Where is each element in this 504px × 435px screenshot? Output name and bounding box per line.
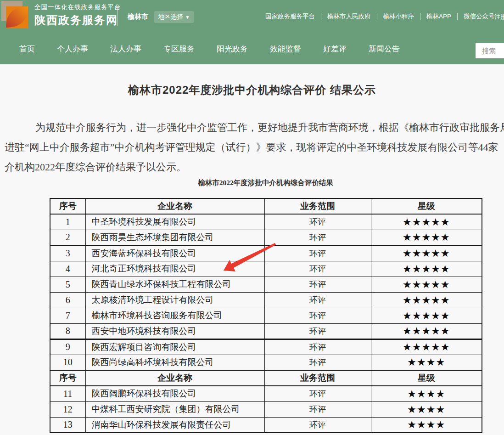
cell-company-name: 陕西尚绿高科环境科技有限公司 <box>85 355 264 370</box>
column-header: 企业名称 <box>85 370 264 386</box>
paragraph-line: 为规范中介服务行为，进一步强化中介监管工作，更好地提升我市营商环境，根据《榆林市… <box>5 118 504 137</box>
cell-company-name: 榆林市环境科技咨询服务有限公司 <box>85 308 264 323</box>
divider <box>457 13 458 20</box>
brand-row: 全国一体化在线政务服务平台 陕西政务服务网 榆林市 地区选择 ▼ 国家政务服务平… <box>0 0 504 33</box>
page-title: 榆林市2022年度涉批中介机构综合评价 结果公示 <box>0 83 504 97</box>
cell-star-rating: ★★★★★ <box>371 339 482 355</box>
cell-scope: 环评 <box>264 417 371 433</box>
cell-no: 13 <box>50 417 85 433</box>
evaluation-table: 序号企业名称业务范围星级1中圣环境科技发展有限公司环评★★★★★2陕西雨昊生态环… <box>50 198 482 433</box>
table-row: 5陕西青山绿水环保科技工程有限公司环评★★★★★ <box>50 277 482 292</box>
cell-no: 9 <box>50 339 85 355</box>
cell-star-rating: ★★★★★ <box>371 214 482 230</box>
column-header: 星级 <box>371 198 482 214</box>
column-header: 业务范围 <box>264 370 371 386</box>
column-header: 序号 <box>50 198 85 214</box>
nav-item-5[interactable]: 阳光政务 <box>217 44 248 54</box>
paragraph-line: 进驻“网上中介服务超市”中介机构考评管理规定（试行）》要求，现将评定的中圣环境科… <box>5 137 504 157</box>
site-name: 陕西政务服务网 <box>34 13 121 28</box>
header-quick-links: 国家政务服务平台榆林市人民政府榆林小程序榆林APP微信公众号 <box>265 0 495 33</box>
cell-scope: 环评 <box>264 277 371 292</box>
search-input[interactable] <box>476 43 504 58</box>
nav-item-7[interactable]: 好差评 <box>323 44 347 54</box>
column-header: 企业名称 <box>85 198 264 214</box>
cell-scope: 环评 <box>264 245 371 261</box>
table-row: 13渭南华山环保科技发展有限责任公司环评★★★★ <box>50 417 482 433</box>
cell-star-rating: ★★★★★ <box>371 230 482 245</box>
table-row: 2陕西雨昊生态环境集团有限公司环评★★★★★ <box>50 230 482 245</box>
cell-company-name: 西安海蓝环保科技有限公司 <box>85 245 264 261</box>
nav-item-2[interactable]: 个人办事 <box>57 44 88 54</box>
cell-company-name: 渭南华山环保科技发展有限责任公司 <box>85 417 264 433</box>
cell-star-rating: ★★★★ <box>371 401 482 417</box>
cell-scope: 环评 <box>264 214 371 230</box>
nav-item-4[interactable]: 专区服务 <box>163 44 195 54</box>
cell-no: 7 <box>50 308 85 323</box>
table-row: 11陕西阔鹏环保科技有限公司环评★★★★ <box>50 386 482 401</box>
header-link-1[interactable]: 国家政务服务平台 <box>265 12 315 21</box>
brand-text: 全国一体化在线政务服务平台 陕西政务服务网 <box>34 3 121 28</box>
cell-company-name: 陕西青山绿水环保科技工程有限公司 <box>85 277 264 292</box>
header-link-2[interactable]: 榆林市人民政府 <box>327 12 371 21</box>
cell-no: 8 <box>50 323 85 339</box>
divider <box>118 7 118 26</box>
table-header-row: 序号企业名称业务范围星级 <box>50 370 482 386</box>
cell-scope: 环评 <box>264 355 371 370</box>
cell-scope: 环评 <box>264 308 371 323</box>
current-city: 榆林市 <box>128 12 148 21</box>
cell-no: 6 <box>50 292 85 308</box>
column-header: 星级 <box>371 370 482 386</box>
main-nav: 首页个人办事法人办事专区服务阳光政务效能监督好差评新闻公告 <box>19 33 400 64</box>
cell-company-name: 陕西雨昊生态环境集团有限公司 <box>85 230 264 245</box>
table-row: 3西安海蓝环保科技有限公司环评★★★★★ <box>50 245 482 261</box>
nav-row: 首页个人办事法人办事专区服务阳光政务效能监督好差评新闻公告 <box>0 33 504 64</box>
site-logo-icon <box>1 1 30 29</box>
announcement-paragraph: 为规范中介服务行为，进一步强化中介监管工作，更好地提升我市营商环境，根据《榆林市… <box>5 118 504 177</box>
nav-item-1[interactable]: 首页 <box>19 44 35 54</box>
column-header: 序号 <box>50 370 85 386</box>
cell-star-rating: ★★★★ <box>371 355 482 370</box>
nav-item-3[interactable]: 法人办事 <box>110 44 141 54</box>
table-caption: 榆林市2022年度涉批中介机构综合评价结果 <box>50 178 482 188</box>
table-row: 7榆林市环境科技咨询服务有限公司环评★★★★★ <box>50 308 482 323</box>
cell-no: 1 <box>50 214 85 230</box>
cell-scope: 环评 <box>264 323 371 339</box>
cell-star-rating: ★★★★★ <box>371 323 482 339</box>
cell-star-rating: ★★★★★ <box>371 245 482 261</box>
cell-company-name: 河北奇正环境科技有限公司 <box>85 261 264 277</box>
cell-scope: 环评 <box>264 261 371 277</box>
nav-item-6[interactable]: 效能监督 <box>270 44 301 54</box>
cell-no: 12 <box>50 401 85 417</box>
chevron-down-icon: ▼ <box>185 15 190 20</box>
table-row: 4河北奇正环境科技有限公司环评★★★★★ <box>50 261 482 277</box>
page: 全国一体化在线政务服务平台 陕西政务服务网 榆林市 地区选择 ▼ 国家政务服务平… <box>0 0 504 435</box>
register-link[interactable]: 注册 <box>494 13 504 21</box>
divider <box>420 13 420 20</box>
divider <box>321 13 321 20</box>
divider <box>377 13 377 20</box>
cell-company-name: 太原核清环境工程设计有限公司 <box>85 292 264 308</box>
cell-star-rating: ★★★★★ <box>371 308 482 323</box>
cell-company-name: 陕西阔鹏环保科技有限公司 <box>85 386 264 401</box>
column-header: 业务范围 <box>264 198 371 214</box>
cell-scope: 环评 <box>264 292 371 308</box>
header-link-4[interactable]: 榆林APP <box>426 12 451 21</box>
cell-scope: 环评 <box>264 339 371 355</box>
table-row: 12中煤科工西安研究院（集团）有限公司环评★★★★ <box>50 401 482 417</box>
cell-company-name: 中煤科工西安研究院（集团）有限公司 <box>85 401 264 417</box>
cell-no: 5 <box>50 277 85 292</box>
region-selector-label: 地区选择 <box>158 13 183 21</box>
cell-scope: 环评 <box>264 401 371 417</box>
table-row: 6太原核清环境工程设计有限公司环评★★★★★ <box>50 292 482 308</box>
cell-star-rating: ★★★★ <box>371 386 482 401</box>
cell-scope: 环评 <box>264 386 371 401</box>
header-link-3[interactable]: 榆林小程序 <box>383 12 414 21</box>
header-link-5[interactable]: 微信公众号 <box>464 12 495 21</box>
nav-item-8[interactable]: 新闻公告 <box>369 44 400 54</box>
cell-star-rating: ★★★★★ <box>371 292 482 308</box>
region-selector-button[interactable]: 地区选择 ▼ <box>154 11 194 23</box>
site-header: 全国一体化在线政务服务平台 陕西政务服务网 榆林市 地区选择 ▼ 国家政务服务平… <box>0 0 504 64</box>
cell-no: 11 <box>50 386 85 401</box>
cell-company-name: 陕西宏辉项目咨询有限公司 <box>85 339 264 355</box>
cell-scope: 环评 <box>264 230 371 245</box>
